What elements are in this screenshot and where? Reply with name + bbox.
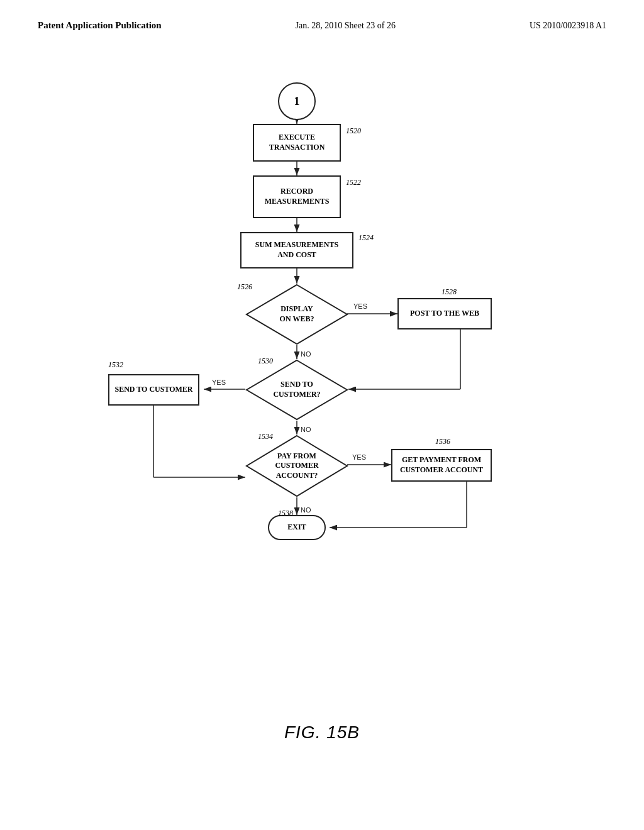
send-customer-q-label: SEND TOCUSTOMER? bbox=[273, 380, 320, 399]
svg-text:YES: YES bbox=[353, 302, 367, 310]
ref-1522: 1522 bbox=[346, 178, 361, 187]
figure-caption: FIG. 15B bbox=[0, 722, 644, 743]
display-web-diamond: DISPLAYON WEB? bbox=[245, 284, 348, 345]
svg-text:YES: YES bbox=[212, 379, 226, 386]
sum-measurements-box: SUM MEASUREMENTSAND COST bbox=[240, 232, 353, 268]
pay-from-diamond: PAY FROMCUSTOMERACCOUNT? bbox=[245, 434, 348, 497]
record-label: RECORDMEASUREMENTS bbox=[265, 187, 330, 206]
ref-1534: 1534 bbox=[258, 432, 273, 441]
svg-text:NO: NO bbox=[301, 350, 311, 358]
exit-box: EXIT bbox=[268, 515, 326, 540]
date-sheet-label: Jan. 28, 2010 Sheet 23 of 26 bbox=[296, 21, 396, 31]
start-circle-label: 1 bbox=[294, 95, 300, 108]
send-customer-diamond: SEND TOCUSTOMER? bbox=[245, 359, 348, 421]
ref-1532: 1532 bbox=[108, 360, 123, 370]
get-payment-box: GET PAYMENT FROMCUSTOMER ACCOUNT bbox=[391, 449, 492, 482]
page-header: Patent Application Publication Jan. 28, … bbox=[0, 0, 644, 31]
execute-label: EXECUTETRANSACTION bbox=[269, 133, 325, 152]
ref-1530: 1530 bbox=[258, 357, 273, 366]
svg-text:YES: YES bbox=[352, 453, 366, 461]
post-web-label: POST TO THE WEB bbox=[410, 309, 479, 319]
sum-label: SUM MEASUREMENTSAND COST bbox=[255, 240, 338, 260]
get-payment-label: GET PAYMENT FROMCUSTOMER ACCOUNT bbox=[400, 455, 483, 475]
start-circle: 1 bbox=[278, 82, 316, 120]
svg-text:NO: NO bbox=[301, 426, 311, 433]
display-web-label: DISPLAYON WEB? bbox=[280, 304, 314, 324]
svg-text:NO: NO bbox=[301, 506, 311, 514]
ref-1520: 1520 bbox=[346, 126, 361, 136]
exit-label: EXIT bbox=[287, 523, 306, 533]
ref-1526: 1526 bbox=[237, 282, 252, 292]
ref-1538: 1538 bbox=[278, 509, 293, 518]
execute-transaction-box: EXECUTETRANSACTION bbox=[253, 124, 341, 162]
ref-1524: 1524 bbox=[358, 233, 374, 243]
record-measurements-box: RECORDMEASUREMENTS bbox=[253, 175, 341, 218]
patent-number-label: US 2010/0023918 A1 bbox=[530, 21, 606, 31]
publication-label: Patent Application Publication bbox=[38, 20, 162, 31]
ref-1528: 1528 bbox=[441, 287, 457, 297]
ref-1536: 1536 bbox=[435, 437, 450, 446]
flowchart: YES NO YES NO YES NO 1 EXECUTETRANSACTIO… bbox=[102, 69, 542, 697]
post-web-box: POST TO THE WEB bbox=[397, 298, 492, 329]
send-customer-label: SEND TO CUSTOMER bbox=[114, 385, 192, 395]
pay-from-label: PAY FROMCUSTOMERACCOUNT? bbox=[275, 451, 318, 481]
send-customer-box: SEND TO CUSTOMER bbox=[108, 374, 199, 406]
